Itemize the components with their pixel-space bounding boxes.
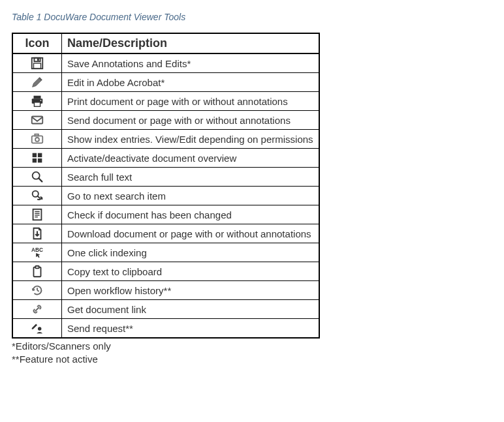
tiles-icon [30, 151, 44, 165]
search-icon [30, 170, 44, 184]
col-header-desc: Name/Description [62, 33, 319, 53]
clipboard-icon [30, 264, 44, 279]
icon-cell [12, 300, 62, 319]
col-header-icon: Icon [12, 33, 62, 53]
doc-list-icon [30, 207, 44, 222]
icon-cell [12, 224, 62, 243]
camera-icon [30, 132, 44, 146]
tool-description: Send request** [62, 319, 319, 339]
tool-description: Show index entries. View/Edit depending … [62, 130, 319, 149]
icon-cell [12, 281, 62, 300]
link-icon [30, 302, 44, 316]
history-icon [30, 283, 44, 297]
download-icon [30, 226, 44, 241]
tool-description: Search full text [62, 168, 319, 187]
table-row: Search full text [12, 168, 319, 187]
icon-cell [12, 149, 62, 168]
abc-point-icon [30, 245, 44, 260]
footnote-line: *Editors/Scanners only [12, 340, 494, 353]
envelope-icon [30, 113, 44, 127]
table-row: Check if document has been changed [12, 205, 319, 224]
tool-description: Save Annotations and Edits* [62, 53, 319, 73]
save-icon [30, 56, 44, 70]
icon-cell [12, 53, 62, 73]
table-caption: Table 1 DocuWare Document Viewer Tools [12, 12, 494, 22]
table-row: One click indexing [12, 243, 319, 262]
table-row: Send document or page with or without an… [12, 111, 319, 130]
table-row: Copy text to clipboard [12, 262, 319, 281]
tool-description: Go to next search item [62, 187, 319, 205]
icon-cell [12, 168, 62, 187]
table-row: Open workflow history** [12, 281, 319, 300]
tools-table: Icon Name/Description Save Annotations a… [12, 33, 320, 339]
tool-description: Open workflow history** [62, 281, 319, 300]
tool-description: Activate/deactivate document overview [62, 149, 319, 168]
icon-cell [12, 262, 62, 281]
tool-description: Edit in Adobe Acrobat* [62, 73, 319, 92]
icon-cell [12, 319, 62, 339]
table-row: Save Annotations and Edits* [12, 53, 319, 73]
table-row: Show index entries. View/Edit depending … [12, 130, 319, 149]
icon-cell [12, 205, 62, 224]
tool-description: Print document or page with or without a… [62, 92, 319, 111]
footnotes: *Editors/Scanners only **Feature not act… [12, 340, 494, 367]
table-row: Download document or page with or withou… [12, 224, 319, 243]
icon-cell [12, 111, 62, 130]
icon-cell [12, 243, 62, 262]
print-icon [30, 94, 44, 108]
icon-cell [12, 187, 62, 205]
send-request-icon [30, 321, 44, 335]
search-next-icon [30, 188, 44, 203]
table-row: Send request** [12, 319, 319, 339]
footnote-line: **Feature not active [12, 353, 494, 366]
tool-description: Download document or page with or withou… [62, 224, 319, 243]
icon-cell [12, 130, 62, 149]
tool-description: One click indexing [62, 243, 319, 262]
tool-description: Copy text to clipboard [62, 262, 319, 281]
table-row: Get document link [12, 300, 319, 319]
tool-description: Get document link [62, 300, 319, 319]
tool-description: Check if document has been changed [62, 205, 319, 224]
table-row: Edit in Adobe Acrobat* [12, 73, 319, 92]
pencil-icon [30, 75, 44, 89]
icon-cell [12, 73, 62, 92]
table-row: Go to next search item [12, 187, 319, 205]
tool-description: Send document or page with or without an… [62, 111, 319, 130]
table-row: Print document or page with or without a… [12, 92, 319, 111]
table-row: Activate/deactivate document overview [12, 149, 319, 168]
icon-cell [12, 92, 62, 111]
